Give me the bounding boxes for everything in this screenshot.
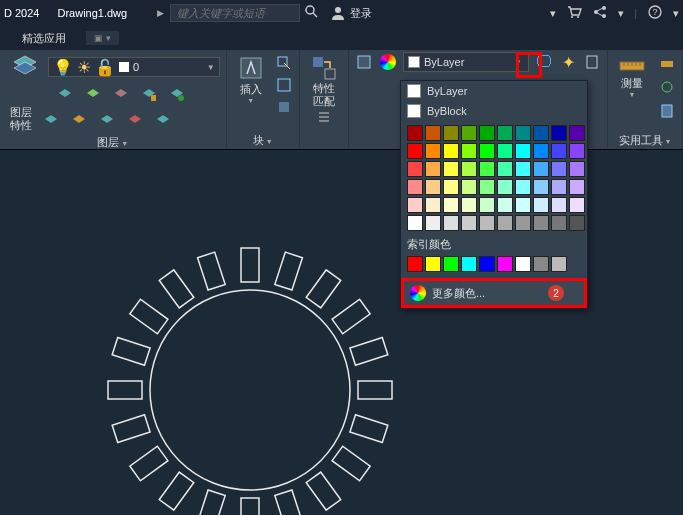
- edit-attr-icon[interactable]: [275, 76, 293, 94]
- block-tool-icon[interactable]: [275, 98, 293, 116]
- index-color[interactable]: [461, 256, 477, 272]
- panel-label-layer[interactable]: 图层▼: [6, 134, 220, 151]
- palette-color[interactable]: [425, 125, 441, 141]
- palette-color[interactable]: [479, 179, 495, 195]
- palette-color[interactable]: [407, 125, 423, 141]
- clipboard-icon[interactable]: [583, 53, 601, 71]
- spark-icon[interactable]: ✦: [559, 53, 577, 71]
- palette-color[interactable]: [443, 179, 459, 195]
- layer-tool-icon[interactable]: [98, 112, 116, 130]
- palette-color[interactable]: [425, 161, 441, 177]
- palette-color[interactable]: [497, 125, 513, 141]
- palette-color[interactable]: [551, 143, 567, 159]
- palette-color[interactable]: [515, 161, 531, 177]
- palette-color[interactable]: [407, 215, 423, 231]
- layer-combo[interactable]: 💡 ☀ 🔓 0 ▼: [48, 57, 220, 77]
- match-props-button[interactable]: 特性 匹配: [306, 52, 342, 110]
- palette-color[interactable]: [425, 179, 441, 195]
- index-color[interactable]: [425, 256, 441, 272]
- palette-color[interactable]: [407, 197, 423, 213]
- dropdown-icon-2[interactable]: ▾: [618, 7, 624, 20]
- palette-color[interactable]: [407, 143, 423, 159]
- more-colors-button[interactable]: 更多颜色... 2: [401, 278, 587, 308]
- measure-button[interactable]: 测量 ▼: [614, 52, 650, 120]
- calculator-icon[interactable]: [658, 102, 676, 120]
- dropdown-icon[interactable]: ▾: [550, 7, 556, 20]
- palette-color[interactable]: [443, 125, 459, 141]
- palette-color[interactable]: [425, 215, 441, 231]
- palette-color[interactable]: [533, 215, 549, 231]
- edit-block-icon[interactable]: [275, 54, 293, 72]
- layer-tool-icon[interactable]: [154, 112, 172, 130]
- color-option-bylayer[interactable]: ByLayer: [401, 81, 587, 101]
- color-option-byblock[interactable]: ByBlock: [401, 101, 587, 121]
- palette-color[interactable]: [515, 197, 531, 213]
- index-color[interactable]: [515, 256, 531, 272]
- layer-tool-icon[interactable]: [168, 86, 186, 104]
- palette-color[interactable]: [479, 125, 495, 141]
- layer-tool-icon[interactable]: [56, 86, 74, 104]
- dropdown-icon-3[interactable]: ▾: [673, 7, 679, 20]
- palette-color[interactable]: [515, 215, 531, 231]
- palette-color[interactable]: [461, 161, 477, 177]
- palette-color[interactable]: [569, 179, 585, 195]
- palette-color[interactable]: [479, 197, 495, 213]
- palette-color[interactable]: [551, 179, 567, 195]
- login-button[interactable]: 登录: [330, 5, 372, 21]
- layer-tool-icon[interactable]: [112, 86, 130, 104]
- palette-color[interactable]: [497, 143, 513, 159]
- palette-color[interactable]: [407, 161, 423, 177]
- palette-color[interactable]: [533, 161, 549, 177]
- layer-tool-icon[interactable]: [42, 112, 60, 130]
- palette-color[interactable]: [497, 161, 513, 177]
- palette-color[interactable]: [443, 215, 459, 231]
- layer-properties-button[interactable]: [6, 52, 44, 82]
- panel-label-block[interactable]: 块▼: [233, 132, 293, 149]
- palette-color[interactable]: [569, 215, 585, 231]
- layer-tool-icon[interactable]: [70, 112, 88, 130]
- palette-color[interactable]: [551, 125, 567, 141]
- palette-color[interactable]: [551, 197, 567, 213]
- index-color[interactable]: [443, 256, 459, 272]
- palette-color[interactable]: [497, 179, 513, 195]
- layer-tool-icon[interactable]: [140, 86, 158, 104]
- index-color[interactable]: [479, 256, 495, 272]
- palette-color[interactable]: [533, 143, 549, 159]
- layer-tool-icon[interactable]: [84, 86, 102, 104]
- palette-color[interactable]: [533, 197, 549, 213]
- palette-color[interactable]: [461, 179, 477, 195]
- index-color[interactable]: [551, 256, 567, 272]
- palette-color[interactable]: [569, 143, 585, 159]
- cart-icon[interactable]: [566, 4, 582, 22]
- palette-color[interactable]: [551, 215, 567, 231]
- palette-color[interactable]: [497, 215, 513, 231]
- palette-color[interactable]: [461, 215, 477, 231]
- palette-color[interactable]: [515, 179, 531, 195]
- insert-button[interactable]: 插入 ▼: [233, 52, 269, 116]
- palette-color[interactable]: [497, 197, 513, 213]
- list-icon[interactable]: [317, 110, 331, 128]
- panel-label-util[interactable]: 实用工具▼: [614, 132, 676, 149]
- index-color[interactable]: [407, 256, 423, 272]
- palette-color[interactable]: [443, 197, 459, 213]
- palette-color[interactable]: [425, 197, 441, 213]
- palette-color[interactable]: [533, 125, 549, 141]
- monitor-icon[interactable]: 🖵: [535, 53, 553, 71]
- color-wheel-icon[interactable]: [379, 53, 397, 71]
- util-icon[interactable]: [658, 78, 676, 96]
- palette-color[interactable]: [461, 125, 477, 141]
- palette-color[interactable]: [479, 161, 495, 177]
- palette-color[interactable]: [551, 161, 567, 177]
- palette-color[interactable]: [443, 143, 459, 159]
- tab-featured[interactable]: 精选应用: [14, 29, 74, 48]
- layer-properties-label[interactable]: 图层 特性: [6, 104, 36, 134]
- search-icon[interactable]: [304, 4, 320, 22]
- palette-color[interactable]: [461, 197, 477, 213]
- palette-color[interactable]: [569, 161, 585, 177]
- palette-color[interactable]: [569, 197, 585, 213]
- tab-expand-icon[interactable]: ▣ ▾: [86, 31, 119, 45]
- palette-color[interactable]: [479, 215, 495, 231]
- palette-color[interactable]: [461, 143, 477, 159]
- share-icon[interactable]: [592, 4, 608, 22]
- search-input[interactable]: [170, 4, 300, 22]
